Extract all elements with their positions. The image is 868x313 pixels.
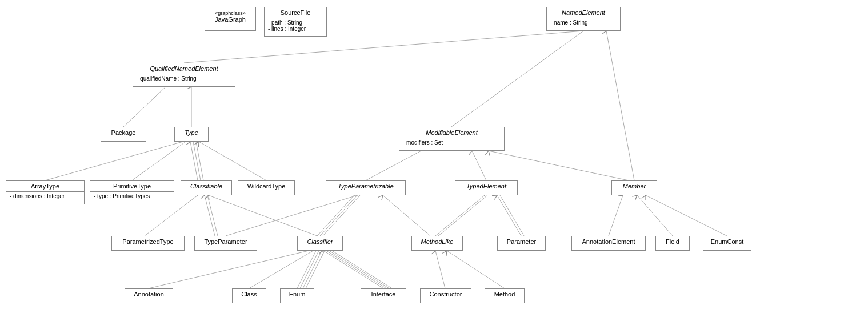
svg-line-21 xyxy=(435,195,485,236)
box-attrs-modifiableelement: - modifiers : Set xyxy=(399,138,504,147)
uml-box-member: Member xyxy=(611,180,657,195)
uml-box-primitivetype: PrimitiveType- type : PrimitiveTypes xyxy=(90,180,174,204)
svg-line-32 xyxy=(303,251,322,288)
box-title-wildcardtype: WildcardType xyxy=(238,181,294,191)
uml-box-method: Method xyxy=(485,288,525,303)
box-title-interface: Interface xyxy=(361,289,406,299)
svg-line-23 xyxy=(497,195,521,236)
uml-box-javagraph: «graphclass»JavaGraph xyxy=(205,7,256,31)
box-title-parameter: Parameter xyxy=(498,236,545,247)
box-attr: - dimensions : Integer xyxy=(10,193,81,199)
uml-diagram: «graphclass»JavaGraphSourceFile- path : … xyxy=(0,0,868,313)
svg-line-34 xyxy=(323,251,383,288)
svg-line-41 xyxy=(226,195,357,236)
uml-box-constructor: Constructor xyxy=(420,288,471,303)
box-title-type: Type xyxy=(175,127,208,138)
svg-line-18 xyxy=(320,195,357,236)
uml-box-wildcardtype: WildcardType xyxy=(238,180,295,195)
box-title-member: Member xyxy=(612,181,657,191)
uml-box-typeparameter: TypeParameter xyxy=(194,236,257,251)
svg-line-19 xyxy=(323,195,360,236)
svg-line-33 xyxy=(306,251,325,288)
uml-box-enumconst: EnumConst xyxy=(703,236,751,251)
box-title-methodlike: MethodLike xyxy=(412,236,462,247)
uml-box-annotationelement: AnnotationElement xyxy=(571,236,646,251)
uml-box-namedelement: NamedElement- name : String xyxy=(546,7,621,31)
svg-line-26 xyxy=(637,195,673,236)
box-title-enum: Enum xyxy=(281,289,314,299)
box-title-annotationelement: AnnotationElement xyxy=(572,236,645,247)
box-attrs-qualifiednamedelement: - qualifiedName : String xyxy=(133,74,235,83)
box-attrs-sourcefile: - path : String- lines : Integer xyxy=(265,18,326,33)
box-title-constructor: Constructor xyxy=(421,289,471,299)
svg-line-15 xyxy=(207,195,218,236)
box-title-classifier: Classifier xyxy=(298,236,342,247)
uml-box-modifiableelement: ModifiableElement- modifiers : Set xyxy=(399,127,505,151)
box-attrs-primitivetype: - type : PrimitiveTypes xyxy=(90,191,174,200)
svg-line-0 xyxy=(184,31,583,63)
svg-line-1 xyxy=(123,87,166,127)
box-title-typeparametrizable: TypeParametrizable xyxy=(326,181,405,191)
uml-box-arraytype: ArrayType- dimensions : Integer xyxy=(6,180,85,204)
svg-line-29 xyxy=(249,251,313,288)
uml-box-sourcefile: SourceFile- path : String- lines : Integ… xyxy=(264,7,327,37)
svg-line-40 xyxy=(489,151,629,180)
uml-box-annotation: Annotation xyxy=(125,288,173,303)
uml-box-package: Package xyxy=(101,127,146,142)
svg-line-11 xyxy=(472,151,486,180)
svg-line-5 xyxy=(132,142,186,180)
box-title-classifiable: Classifiable xyxy=(181,181,231,191)
box-title-method: Method xyxy=(485,289,524,299)
svg-line-17 xyxy=(317,195,354,236)
box-title-typedelement: TypedElement xyxy=(455,181,517,191)
box-title-modifiableelement: ModifiableElement xyxy=(399,127,504,138)
box-title-arraytype: ArrayType xyxy=(6,181,84,191)
box-attr: - lines : Integer xyxy=(268,26,323,32)
box-title-qualifiednamedelement: QualifiedNamedElement xyxy=(133,63,235,74)
uml-box-type: Type xyxy=(174,127,209,142)
box-attr: - modifiers : Set xyxy=(403,139,501,146)
svg-line-9 xyxy=(199,142,266,180)
svg-line-3 xyxy=(451,31,583,127)
svg-line-24 xyxy=(500,195,524,236)
box-title-enumconst: EnumConst xyxy=(703,236,751,247)
uml-box-parametrizedtype: ParametrizedType xyxy=(111,236,185,251)
svg-line-10 xyxy=(366,151,421,180)
uml-box-class: Class xyxy=(232,288,266,303)
uml-box-parameter: Parameter xyxy=(497,236,546,251)
uml-box-typeparametrizable: TypeParametrizable xyxy=(326,180,406,195)
box-title-class: Class xyxy=(233,289,266,299)
svg-line-16 xyxy=(209,195,317,236)
box-attrs-namedelement: - name : String xyxy=(547,18,620,27)
svg-line-4 xyxy=(45,142,183,180)
connections-svg xyxy=(0,0,868,313)
box-title-package: Package xyxy=(101,127,146,138)
svg-line-38 xyxy=(435,251,445,288)
box-stereotype-javagraph: «graphclass»JavaGraph xyxy=(205,7,255,25)
svg-line-31 xyxy=(300,251,319,288)
svg-line-28 xyxy=(149,251,309,288)
svg-line-27 xyxy=(646,195,727,236)
box-attr: - name : String xyxy=(550,19,617,26)
svg-line-22 xyxy=(438,195,487,236)
box-title-sourcefile: SourceFile xyxy=(265,7,326,18)
uml-box-classifiable: Classifiable xyxy=(181,180,232,195)
box-title-parametrizedtype: ParametrizedType xyxy=(112,236,184,247)
svg-line-12 xyxy=(606,31,634,180)
svg-line-30 xyxy=(297,251,316,288)
box-attr: - path : String xyxy=(268,19,323,26)
uml-box-interface: Interface xyxy=(361,288,406,303)
svg-line-6 xyxy=(190,142,198,180)
svg-line-25 xyxy=(609,195,623,236)
box-title-namedelement: NamedElement xyxy=(547,7,620,18)
box-title-annotation: Annotation xyxy=(125,289,173,299)
box-attr: - type : PrimitiveTypes xyxy=(94,193,170,199)
box-title-field: Field xyxy=(656,236,689,247)
box-attrs-arraytype: - dimensions : Integer xyxy=(6,191,84,200)
svg-line-20 xyxy=(383,195,430,236)
box-title-typeparameter: TypeParameter xyxy=(195,236,257,247)
box-title-primitivetype: PrimitiveType xyxy=(90,181,174,191)
uml-box-methodlike: MethodLike xyxy=(411,236,463,251)
svg-line-39 xyxy=(447,251,505,288)
svg-line-8 xyxy=(196,142,203,180)
